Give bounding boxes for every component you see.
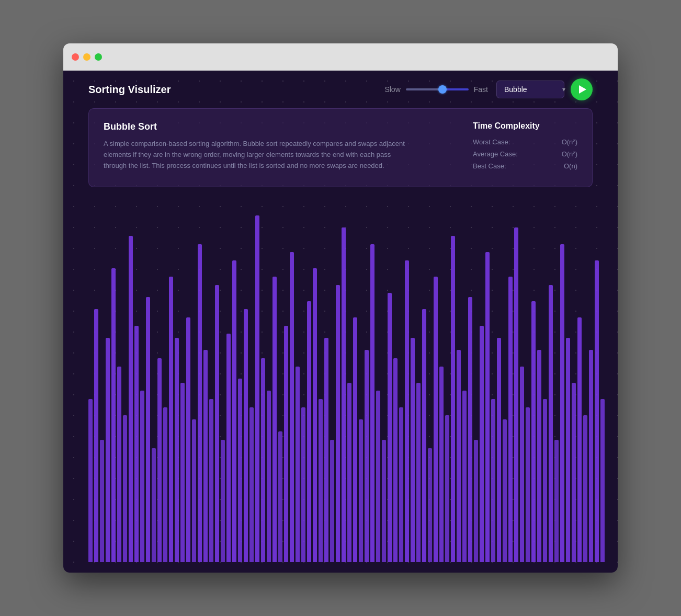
app-window: Sorting Visulizer Slow Fast Bubble Selec… (63, 43, 618, 573)
algorithm-select[interactable]: Bubble Selection Insertion Merge Quick (496, 81, 564, 98)
bar (111, 268, 116, 562)
bar (577, 317, 582, 562)
bar (169, 277, 173, 562)
bar (198, 244, 202, 562)
worst-case-label: Worst Case: (473, 138, 510, 146)
bar (106, 338, 110, 562)
bar (370, 244, 374, 562)
bar (549, 285, 553, 562)
bar (342, 227, 346, 562)
bar (462, 391, 467, 562)
bar (88, 399, 93, 562)
bar (117, 367, 121, 562)
bar (537, 350, 541, 562)
bar (376, 391, 380, 562)
bar (249, 407, 254, 562)
bar (238, 379, 242, 562)
bar (203, 350, 208, 562)
algorithm-description: A simple comparison-based sorting algori… (104, 139, 407, 171)
bar (508, 277, 513, 562)
app-title: Sorting Visulizer (88, 84, 384, 96)
bar (192, 419, 196, 562)
algorithm-select-wrapper: Bubble Selection Insertion Merge Quick (496, 81, 571, 98)
bar (163, 407, 167, 562)
play-button[interactable] (571, 78, 593, 100)
bar (416, 383, 421, 562)
bar (134, 326, 139, 562)
bar (186, 317, 190, 562)
bar (365, 350, 369, 562)
bar (468, 297, 472, 562)
bar (100, 440, 104, 562)
bar (543, 399, 547, 562)
bar (583, 415, 587, 562)
bar (445, 415, 449, 562)
bar (405, 260, 409, 562)
bar (157, 358, 162, 562)
bar (560, 244, 564, 562)
average-case-label: Average Case: (473, 150, 518, 158)
bar (595, 260, 599, 562)
bar (480, 326, 484, 562)
bar (353, 317, 357, 562)
bar (215, 285, 219, 562)
bar (382, 440, 386, 562)
bar (232, 260, 236, 562)
bar (301, 407, 305, 562)
algorithm-name: Bubble Sort (104, 121, 452, 132)
bar (388, 293, 392, 562)
bar (307, 301, 311, 562)
bar (261, 358, 265, 562)
bar (290, 252, 294, 562)
bar (491, 399, 495, 562)
worst-case-value: O(n²) (562, 138, 577, 146)
header: Sorting Visulizer Slow Fast Bubble Selec… (63, 71, 618, 108)
bar (411, 338, 415, 562)
info-card: Bubble Sort A simple comparison-based so… (88, 108, 593, 187)
bar (503, 419, 507, 562)
algorithm-info: Bubble Sort A simple comparison-based so… (104, 121, 452, 174)
bar (474, 440, 478, 562)
bar (278, 431, 282, 562)
bars-container (88, 154, 593, 573)
bar (146, 297, 150, 562)
best-case-row: Best Case: O(n) (473, 162, 577, 170)
bar (497, 338, 501, 562)
bar (531, 301, 536, 562)
bar (434, 277, 438, 562)
bar (566, 338, 570, 562)
bar (313, 268, 317, 562)
bar (140, 391, 144, 562)
maximize-button[interactable] (95, 53, 102, 61)
complexity-panel: Time Complexity Worst Case: O(n²) Averag… (473, 121, 577, 174)
bar (422, 309, 426, 562)
bar (123, 415, 127, 562)
bar (221, 440, 225, 562)
average-case-row: Average Case: O(n²) (473, 150, 577, 158)
speed-slider[interactable] (406, 88, 469, 90)
minimize-button[interactable] (83, 53, 90, 61)
close-button[interactable] (72, 53, 79, 61)
bar (514, 227, 518, 562)
bar (226, 334, 231, 562)
bar (520, 367, 524, 562)
bar (359, 419, 363, 562)
bar (296, 367, 300, 562)
bar (319, 399, 323, 562)
best-case-value: O(n) (564, 162, 577, 170)
bar (485, 252, 490, 562)
bar (439, 367, 444, 562)
bar (324, 338, 328, 562)
bar (129, 236, 133, 562)
slow-label: Slow (384, 85, 400, 94)
bar (451, 236, 455, 562)
bar (399, 407, 403, 562)
bar (180, 383, 185, 562)
bar (393, 358, 398, 562)
bar (267, 391, 271, 562)
average-case-value: O(n²) (562, 150, 577, 158)
bar (600, 399, 605, 562)
bar (589, 350, 593, 562)
bar (244, 309, 248, 562)
complexity-title: Time Complexity (473, 121, 577, 131)
